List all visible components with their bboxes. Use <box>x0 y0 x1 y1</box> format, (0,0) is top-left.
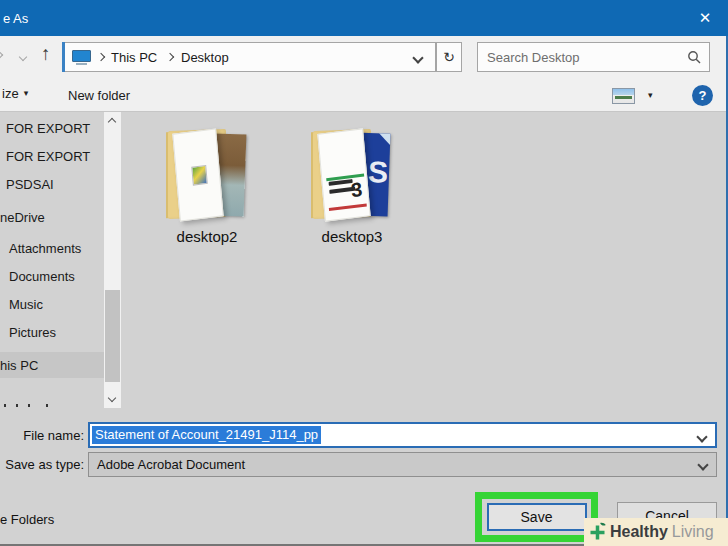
save-type-value: Adobe Acrobat Document <box>97 457 245 472</box>
save-button[interactable]: Save <box>487 503 587 531</box>
file-name-selected-text: Statement of Account_21491_J114_pp <box>92 426 321 444</box>
file-name-input[interactable]: Statement of Account_21491_J114_pp <box>88 422 717 448</box>
breadcrumb-chevron-icon <box>97 53 105 61</box>
this-pc-monitor-icon <box>72 50 91 65</box>
save-highlight-box: Save <box>475 492 598 542</box>
breadcrumb-this-pc[interactable]: This PC <box>111 43 157 71</box>
close-icon[interactable]: ✕ <box>682 0 728 36</box>
address-bar[interactable]: This PC Desktop <box>62 42 436 72</box>
save-as-dialog: e As ✕ ↑ This PC Desktop ↻ ize ▾ New fol… <box>0 0 728 546</box>
file-name-chevron-icon[interactable] <box>696 431 707 442</box>
search-icon <box>687 50 701 64</box>
file-list-area: desktop2 S 3 desktop3 <box>121 112 726 408</box>
breadcrumb-desktop[interactable]: Desktop <box>181 43 229 71</box>
search-input[interactable] <box>478 43 687 71</box>
address-bar-accent <box>62 42 65 72</box>
up-arrow-icon[interactable]: ↑ <box>41 44 51 63</box>
refresh-icon: ↻ <box>443 49 455 65</box>
scrollbar-thumb[interactable] <box>105 290 120 382</box>
desktop2-folder-icon <box>164 120 250 224</box>
folder-tile-desktop3[interactable]: S 3 desktop3 <box>300 116 404 252</box>
desktop3-folder-icon: S 3 <box>309 120 395 224</box>
sidebar-item-for-export-2[interactable]: FOR EXPORT <box>0 144 104 168</box>
sidebar-item-for-export-1[interactable]: FOR EXPORT <box>0 116 104 140</box>
file-name-label: File name: <box>0 428 84 443</box>
organize-button[interactable]: ize ▾ <box>2 86 28 101</box>
sidebar-item-documents[interactable]: Documents <box>0 264 104 288</box>
watermark-word-bold: Healthy <box>610 523 668 541</box>
hide-folders-button[interactable]: e Folders <box>0 512 54 527</box>
save-type-chevron-icon <box>697 459 708 470</box>
organize-caret-icon: ▾ <box>24 89 29 98</box>
new-folder-button[interactable]: New folder <box>68 88 130 103</box>
save-type-label: Save as type: <box>0 457 84 472</box>
window-title: e As <box>3 11 28 26</box>
scrollbar-down-chevron-icon[interactable] <box>108 394 116 402</box>
organize-label: ize <box>2 86 19 101</box>
sidebar-item-pictures[interactable]: Pictures <box>0 320 104 344</box>
scrollbar-up-chevron-icon[interactable] <box>108 118 116 126</box>
view-dropdown-caret-icon[interactable]: ▾ <box>648 91 653 100</box>
folder-tile-desktop2[interactable]: desktop2 <box>155 116 259 252</box>
title-bar: e As ✕ <box>0 0 728 36</box>
sidebar-item-partial[interactable] <box>2 404 102 409</box>
plus-leaf-logo-icon <box>587 522 608 543</box>
sidebar-scrollbar[interactable] <box>104 112 121 408</box>
sidebar-item-attachments[interactable]: Attachments <box>0 236 104 260</box>
thumbnails-view-icon[interactable] <box>612 88 635 104</box>
sidebar-item-onedrive[interactable]: neDrive <box>0 205 104 229</box>
breadcrumb-chevron-icon <box>166 53 174 61</box>
healthy-living-watermark: Healthy Living <box>584 518 728 546</box>
search-box[interactable] <box>477 42 710 72</box>
save-type-select[interactable]: Adobe Acrobat Document <box>88 452 717 477</box>
folder-name: desktop2 <box>155 228 259 245</box>
refresh-button[interactable]: ↻ <box>436 42 462 72</box>
sidebar-item-music[interactable]: Music <box>0 292 104 316</box>
sidebar-item-psdsai[interactable]: PSDSAI <box>0 172 104 196</box>
sidebar-item-this-pc[interactable]: his PC <box>0 352 104 378</box>
watermark-word-light: Living <box>672 523 714 541</box>
navigation-pane: FOR EXPORT FOR EXPORT PSDSAI neDrive Att… <box>0 112 104 408</box>
folder-name: desktop3 <box>300 228 404 245</box>
help-icon[interactable]: ? <box>692 85 713 106</box>
